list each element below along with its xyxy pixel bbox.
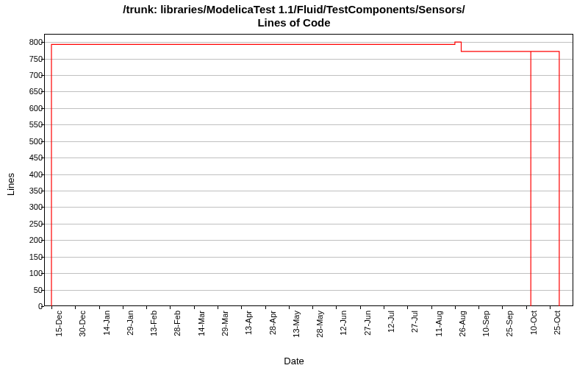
y-tick-label: 750 <box>6 54 43 63</box>
x-tick-mark <box>123 306 123 309</box>
x-tick-mark <box>51 306 52 309</box>
y-tick-label: 350 <box>6 186 43 195</box>
y-tick-label: 300 <box>6 202 43 211</box>
y-tick-label: 550 <box>6 120 43 129</box>
x-tick-mark <box>550 306 551 309</box>
y-tick-label: 250 <box>6 219 43 228</box>
data-series <box>44 34 573 306</box>
y-tick-label: 50 <box>6 286 43 294</box>
x-tick-label: 10-Sep <box>481 311 490 355</box>
y-tick-label: 0 <box>6 302 43 311</box>
y-tick-label: 500 <box>6 137 43 146</box>
x-tick-label: 14-Jan <box>102 311 111 355</box>
x-tick-mark <box>146 306 147 309</box>
x-tick-mark <box>170 306 171 309</box>
y-tick-label: 700 <box>6 71 43 79</box>
title-line-2: Lines of Code <box>257 16 330 29</box>
x-tick-mark <box>360 306 361 309</box>
x-tick-label: 13-Feb <box>149 311 158 355</box>
y-tick-label: 600 <box>6 104 43 113</box>
x-tick-mark <box>336 306 337 309</box>
x-tick-label: 28-May <box>315 311 324 355</box>
x-tick-label: 29-Jan <box>126 311 135 355</box>
x-tick-label: 12-Jul <box>387 311 395 355</box>
x-tick-label: 10-Oct <box>529 311 538 355</box>
x-tick-label: 13-May <box>292 311 301 355</box>
x-tick-mark <box>502 306 503 309</box>
x-tick-mark <box>526 306 527 309</box>
x-tick-label: 29-Mar <box>220 311 229 355</box>
title-line-1: /trunk: libraries/ModelicaTest 1.1/Fluid… <box>123 3 465 15</box>
x-tick-mark <box>431 306 432 309</box>
x-tick-label: 12-Jun <box>339 311 348 355</box>
x-tick-label: 25-Oct <box>553 311 562 355</box>
x-tick-label: 25-Sep <box>505 311 514 355</box>
x-tick-label: 30-Dec <box>78 311 87 355</box>
chart-title: /trunk: libraries/ModelicaTest 1.1/Fluid… <box>0 3 588 29</box>
x-tick-mark <box>312 306 313 309</box>
y-tick-label: 800 <box>6 38 43 46</box>
x-tick-label: 27-Jul <box>410 311 419 355</box>
x-tick-label: 28-Apr <box>268 311 277 355</box>
x-tick-mark <box>455 306 456 309</box>
y-tick-label: 650 <box>6 87 43 96</box>
y-tick-label: 450 <box>6 153 43 162</box>
x-tick-label: 14-Mar <box>197 311 206 355</box>
x-tick-label: 28-Feb <box>173 311 182 355</box>
x-tick-mark <box>289 306 290 309</box>
x-tick-label: 11-Aug <box>434 311 443 355</box>
x-tick-mark <box>75 306 76 309</box>
y-tick-label: 200 <box>6 236 43 244</box>
x-tick-mark <box>241 306 242 309</box>
y-tick-label: 150 <box>6 252 43 261</box>
x-axis-label: Date <box>0 355 588 367</box>
y-tick-label: 400 <box>6 170 43 179</box>
x-tick-mark <box>99 306 100 309</box>
x-tick-label: 26-Aug <box>458 311 467 355</box>
x-tick-mark <box>407 306 408 309</box>
x-tick-mark <box>218 306 218 309</box>
x-tick-mark <box>265 306 266 309</box>
x-tick-mark <box>478 306 479 309</box>
x-tick-mark <box>384 306 384 309</box>
x-tick-mark <box>194 306 195 309</box>
loc-chart: /trunk: libraries/ModelicaTest 1.1/Fluid… <box>0 0 588 368</box>
x-tick-label: 15-Dec <box>54 311 63 355</box>
series-line <box>51 42 559 306</box>
x-tick-label: 13-Apr <box>244 311 253 355</box>
y-tick-label: 100 <box>6 269 43 277</box>
x-tick-label: 27-Jun <box>363 311 372 355</box>
